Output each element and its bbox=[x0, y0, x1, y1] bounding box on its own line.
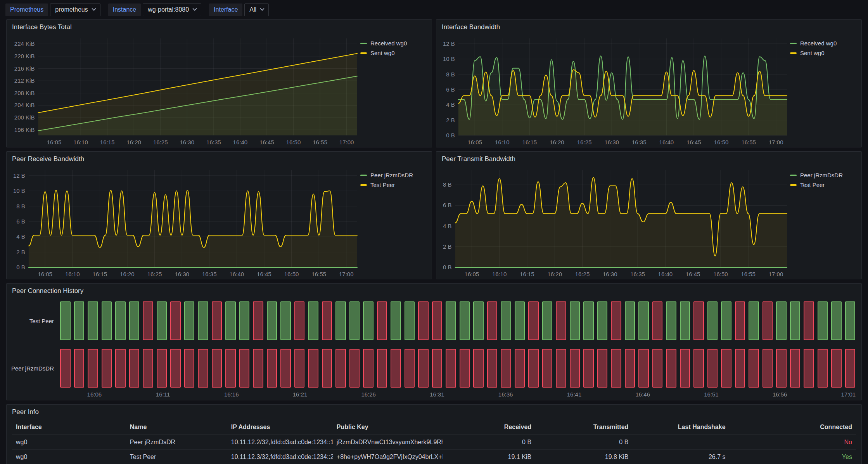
table-cell: jRzmDsDRVnwCt13vsyamXherk9L9RhR0 bbox=[333, 439, 443, 446]
axis-tick-label: 16:11 bbox=[156, 391, 170, 398]
axis-tick-label: 16:21 bbox=[293, 391, 308, 398]
status-bar-disconnected bbox=[391, 349, 401, 388]
status-bar-disconnected bbox=[776, 349, 787, 388]
chart-legend: Peer jRzmDsDRTest Peer bbox=[360, 166, 429, 279]
status-bar-disconnected bbox=[88, 349, 98, 388]
status-bar-disconnected bbox=[74, 349, 85, 388]
svg-text:16:55: 16:55 bbox=[311, 271, 326, 277]
legend-item[interactable]: Sent wg0 bbox=[360, 50, 429, 56]
svg-text:16:10: 16:10 bbox=[492, 271, 507, 277]
legend-item[interactable]: Sent wg0 bbox=[790, 50, 859, 56]
status-bar-disconnected bbox=[294, 349, 305, 388]
svg-text:6 B: 6 B bbox=[16, 218, 25, 225]
column-header-public-key[interactable]: Public Key bbox=[333, 424, 443, 431]
legend-item[interactable]: Peer jRzmDsDR bbox=[360, 172, 429, 178]
column-header-transmitted[interactable]: Transmitted bbox=[535, 424, 632, 431]
svg-text:16:05: 16:05 bbox=[38, 271, 52, 277]
axis-tick-label: 16:51 bbox=[704, 391, 719, 398]
status-bar-connected bbox=[776, 301, 787, 340]
legend-item[interactable]: Received wg0 bbox=[360, 40, 429, 47]
panel-peer-transmit-bandwidth: Peer Transmit Bandwidth 0 B2 B4 B6 B8 B1… bbox=[436, 151, 862, 279]
timeseries-chart: 0 B2 B4 B6 B8 B16:0516:1016:1516:2016:25… bbox=[439, 166, 790, 279]
legend-item[interactable]: Received wg0 bbox=[790, 40, 859, 47]
svg-text:16:30: 16:30 bbox=[603, 271, 617, 277]
panel-title[interactable]: Interface Bytes Total bbox=[7, 20, 432, 35]
svg-text:6 B: 6 B bbox=[446, 86, 455, 93]
svg-text:16:35: 16:35 bbox=[632, 139, 647, 145]
svg-text:224 KiB: 224 KiB bbox=[14, 40, 35, 47]
legend-label: Received wg0 bbox=[370, 40, 407, 47]
svg-text:0 B: 0 B bbox=[443, 264, 452, 270]
status-bar-connected bbox=[597, 301, 608, 340]
status-bar-disconnected bbox=[322, 349, 332, 388]
column-header-received[interactable]: Received bbox=[443, 424, 535, 431]
status-bar-connected bbox=[129, 301, 140, 340]
panel-title[interactable]: Peer Transmit Bandwidth bbox=[436, 152, 861, 166]
svg-text:17:00: 17:00 bbox=[339, 271, 354, 277]
table-cell: +8he+pyWH7Oa9g2FVjIxQzy04brLX+D4 bbox=[333, 454, 443, 461]
svg-text:16:10: 16:10 bbox=[65, 271, 80, 277]
status-bar-disconnected bbox=[528, 349, 539, 388]
panel-title[interactable]: Peer Receive Bandwidth bbox=[7, 152, 432, 166]
panel-title[interactable]: Peer Connection History bbox=[7, 284, 861, 298]
status-bar-disconnected bbox=[418, 349, 429, 388]
table-row: wg0Test Peer10.11.12.3/32,fdfd:d3ad:c0de… bbox=[12, 450, 856, 464]
status-bar-connected bbox=[198, 301, 208, 340]
svg-text:10 B: 10 B bbox=[443, 55, 455, 62]
series-color-swatch bbox=[790, 175, 797, 176]
panel-interface-bytes-total: Interface Bytes Total 196 KiB200 KiB204 … bbox=[6, 19, 432, 147]
panel-title[interactable]: Interface Bandwidth bbox=[436, 20, 861, 35]
axis-tick-label: 16:46 bbox=[635, 391, 650, 398]
legend-label: Sent wg0 bbox=[800, 50, 825, 56]
status-bar-connected bbox=[460, 301, 470, 340]
column-header-name[interactable]: Name bbox=[126, 424, 227, 431]
svg-text:16:35: 16:35 bbox=[206, 139, 221, 145]
table-cell: 0 B bbox=[443, 439, 535, 446]
status-bar-disconnected bbox=[804, 301, 814, 340]
status-bar-disconnected bbox=[763, 301, 773, 340]
status-bar-disconnected bbox=[267, 349, 277, 388]
svg-text:17:00: 17:00 bbox=[769, 271, 783, 277]
status-bar-disconnected bbox=[377, 349, 387, 388]
column-header-connected[interactable]: Connected bbox=[730, 424, 856, 431]
table-cell: 26.7 s bbox=[632, 454, 729, 461]
status-bar-connected bbox=[363, 301, 373, 340]
svg-text:4 B: 4 B bbox=[16, 233, 25, 240]
legend-item[interactable]: Test Peer bbox=[360, 182, 429, 188]
table-cell: wg0 bbox=[12, 439, 126, 446]
status-bar-connected bbox=[267, 301, 277, 340]
svg-text:10 B: 10 B bbox=[13, 187, 25, 194]
axis-tick-label: 16:26 bbox=[361, 391, 376, 398]
status-bar-disconnected bbox=[60, 349, 71, 388]
status-bar-connected bbox=[225, 301, 236, 340]
svg-text:16:15: 16:15 bbox=[522, 139, 537, 145]
panel-title[interactable]: Peer Info bbox=[7, 405, 861, 419]
legend-item[interactable]: Test Peer bbox=[790, 182, 859, 188]
status-bar-disconnected bbox=[349, 349, 360, 388]
svg-text:16:20: 16:20 bbox=[126, 139, 141, 145]
svg-text:12 B: 12 B bbox=[13, 172, 25, 179]
svg-text:16:15: 16:15 bbox=[520, 271, 534, 277]
status-bar-disconnected bbox=[294, 301, 305, 340]
axis-tick-label: 16:56 bbox=[773, 391, 787, 398]
status-bar-connected bbox=[542, 301, 553, 340]
legend-label: Peer jRzmDsDR bbox=[370, 172, 413, 178]
var-select-instance[interactable]: wg-portal:8080 bbox=[143, 3, 201, 16]
status-bar-connected bbox=[60, 301, 71, 340]
status-history-body: Test PeerPeer jRzmDsDR16:0616:1116:1616:… bbox=[7, 298, 861, 400]
axis-tick-label: 16:06 bbox=[87, 391, 102, 398]
svg-text:16:25: 16:25 bbox=[575, 271, 590, 277]
dashboard-toolbar: Prometheus prometheus Instance wg-portal… bbox=[0, 0, 868, 19]
var-select-datasource[interactable]: prometheus bbox=[50, 3, 100, 16]
var-select-interface[interactable]: All bbox=[244, 3, 269, 16]
legend-item[interactable]: Peer jRzmDsDR bbox=[790, 172, 859, 178]
column-header-interface[interactable]: Interface bbox=[12, 424, 126, 431]
status-bar-disconnected bbox=[693, 349, 704, 388]
timeseries-chart: 0 B2 B4 B6 B8 B10 B12 B16:0516:1016:1516… bbox=[439, 35, 790, 147]
status-bar-disconnected bbox=[418, 301, 429, 340]
svg-text:17:00: 17:00 bbox=[339, 139, 354, 145]
column-header-last-handshake[interactable]: Last Handshake bbox=[632, 424, 729, 431]
column-header-ip-addresses[interactable]: IP Addresses bbox=[227, 424, 333, 431]
status-bar-disconnected bbox=[377, 301, 387, 340]
var-group-instance: Instance wg-portal:8080 bbox=[108, 3, 201, 16]
